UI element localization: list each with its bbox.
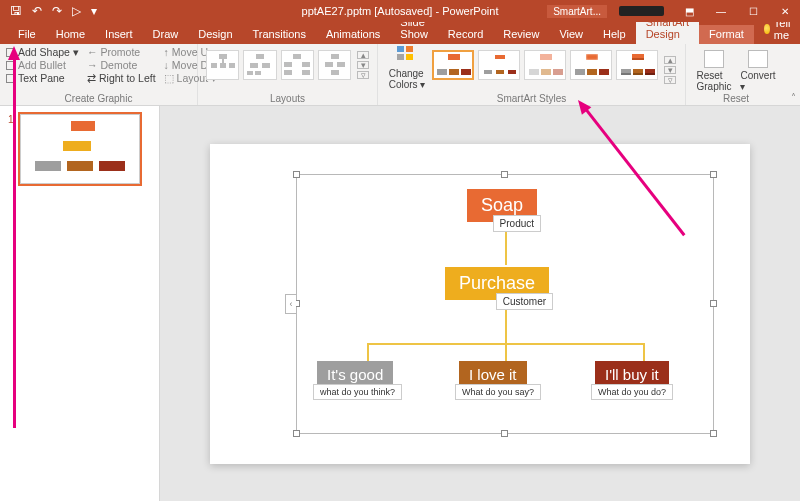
smartart-node-soap[interactable]: Soap Product — [467, 189, 537, 222]
bulb-icon — [764, 24, 770, 34]
tab-design[interactable]: Design — [188, 25, 242, 44]
group-create-graphic: Add Shape ▾ Add Bullet Text Pane ← Promo… — [0, 44, 198, 105]
add-shape-button[interactable]: Add Shape ▾ — [6, 46, 79, 58]
start-slideshow-icon[interactable]: ▷ — [72, 4, 81, 18]
layout-option-3[interactable] — [281, 50, 314, 80]
contextual-tab-label: SmartArt... — [547, 5, 607, 18]
text-pane-icon — [6, 74, 15, 83]
connector — [505, 343, 507, 361]
smartart-selection-frame[interactable]: ‹ Soap Product Purchase Customer — [296, 174, 714, 434]
connector — [643, 343, 645, 361]
layout-option-4[interactable] — [318, 50, 351, 80]
styles-gallery-more[interactable]: ▴▾▿ — [664, 50, 676, 90]
resize-handle[interactable] — [710, 300, 717, 307]
node-label: Product — [493, 215, 541, 232]
node-label: What do you do? — [591, 384, 673, 400]
smartart-node-love[interactable]: I love it What do you say? — [459, 361, 527, 388]
close-button[interactable]: ✕ — [770, 0, 800, 22]
tab-help[interactable]: Help — [593, 25, 636, 44]
resize-handle[interactable] — [293, 430, 300, 437]
demote-button[interactable]: → Demote — [87, 59, 156, 71]
ribbon: Add Shape ▾ Add Bullet Text Pane ← Promo… — [0, 44, 800, 106]
layout-option-1[interactable] — [206, 50, 239, 80]
layouts-gallery-more[interactable]: ▴▾▿ — [357, 50, 369, 80]
connector — [367, 343, 369, 361]
add-bullet-icon — [6, 61, 15, 70]
qat-more-icon[interactable]: ▾ — [91, 4, 97, 18]
tab-review[interactable]: Review — [493, 25, 549, 44]
group-layouts: ▴▾▿ Layouts — [198, 44, 378, 105]
smartart-node-good[interactable]: It's good what do you think? — [317, 361, 393, 388]
workspace: 1 ‹ — [0, 106, 800, 501]
promote-button[interactable]: ← Promote — [87, 46, 156, 58]
add-shape-icon — [6, 48, 15, 57]
resize-handle[interactable] — [501, 430, 508, 437]
resize-handle[interactable] — [710, 430, 717, 437]
slide-thumbnail-panel: 1 — [0, 106, 160, 501]
group-label-styles: SmartArt Styles — [384, 92, 679, 104]
minimize-button[interactable]: — — [706, 0, 736, 22]
tab-transitions[interactable]: Transitions — [243, 25, 316, 44]
maximize-button[interactable]: ☐ — [738, 0, 768, 22]
slide-canvas-area[interactable]: ‹ Soap Product Purchase Customer — [160, 106, 800, 501]
layout-option-2[interactable] — [243, 50, 276, 80]
slide-number: 1 — [8, 114, 14, 184]
quick-access-toolbar: 🖫 ↶ ↷ ▷ ▾ — [0, 4, 97, 18]
collapse-ribbon-icon[interactable]: ˄ — [791, 92, 796, 103]
add-bullet-button[interactable]: Add Bullet — [6, 59, 79, 71]
style-option-3[interactable] — [524, 50, 566, 80]
ribbon-options-button[interactable]: ⬒ — [674, 0, 704, 22]
undo-icon[interactable]: ↶ — [32, 4, 42, 18]
tab-animations[interactable]: Animations — [316, 25, 390, 44]
tab-format[interactable]: Format — [699, 25, 754, 44]
slide-thumbnail-1[interactable] — [20, 114, 140, 184]
resize-handle[interactable] — [293, 171, 300, 178]
change-colors-icon — [397, 46, 417, 66]
change-colors-button[interactable]: ChangeColors ▾ — [384, 46, 430, 90]
group-smartart-styles: ChangeColors ▾ ▴▾▿ SmartArt Styles — [378, 44, 686, 105]
smartart-node-purchase[interactable]: Purchase Customer — [445, 267, 549, 300]
tab-view[interactable]: View — [549, 25, 593, 44]
group-label-reset: Reset — [692, 92, 780, 104]
style-option-5[interactable] — [616, 50, 658, 80]
reset-graphic-icon — [704, 50, 724, 68]
node-label: what do you think? — [313, 384, 402, 400]
tab-record[interactable]: Record — [438, 25, 493, 44]
user-account[interactable] — [619, 6, 664, 16]
redo-icon[interactable]: ↷ — [52, 4, 62, 18]
resize-handle[interactable] — [501, 171, 508, 178]
text-pane-toggle[interactable]: ‹ — [285, 294, 296, 314]
node-label: What do you say? — [455, 384, 541, 400]
reset-graphic-button[interactable]: ResetGraphic — [694, 50, 734, 92]
style-option-1[interactable] — [432, 50, 474, 80]
group-label-create-graphic: Create Graphic — [6, 92, 191, 104]
group-label-layouts: Layouts — [204, 92, 371, 104]
titlebar: 🖫 ↶ ↷ ▷ ▾ pptAE27.pptm [Autosaved] - Pow… — [0, 0, 800, 22]
convert-icon — [748, 50, 768, 68]
tab-home[interactable]: Home — [46, 25, 95, 44]
text-pane-button[interactable]: Text Pane — [6, 72, 79, 84]
tab-draw[interactable]: Draw — [143, 25, 189, 44]
style-option-4[interactable] — [570, 50, 612, 80]
node-label: Customer — [496, 293, 553, 310]
connector — [505, 305, 507, 343]
slide[interactable]: ‹ Soap Product Purchase Customer — [210, 144, 750, 464]
resize-handle[interactable] — [710, 171, 717, 178]
tab-file[interactable]: File — [8, 25, 46, 44]
rtl-button[interactable]: ⇄ Right to Left — [87, 72, 156, 84]
style-option-2[interactable] — [478, 50, 520, 80]
tab-insert[interactable]: Insert — [95, 25, 143, 44]
smartart-node-buy[interactable]: I'll buy it What do you do? — [595, 361, 669, 388]
convert-button[interactable]: Convert▾ — [738, 50, 778, 92]
save-icon[interactable]: 🖫 — [10, 4, 22, 18]
ribbon-tabs: File Home Insert Draw Design Transitions… — [0, 22, 800, 44]
group-reset: ResetGraphic Convert▾ Reset — [686, 44, 786, 105]
